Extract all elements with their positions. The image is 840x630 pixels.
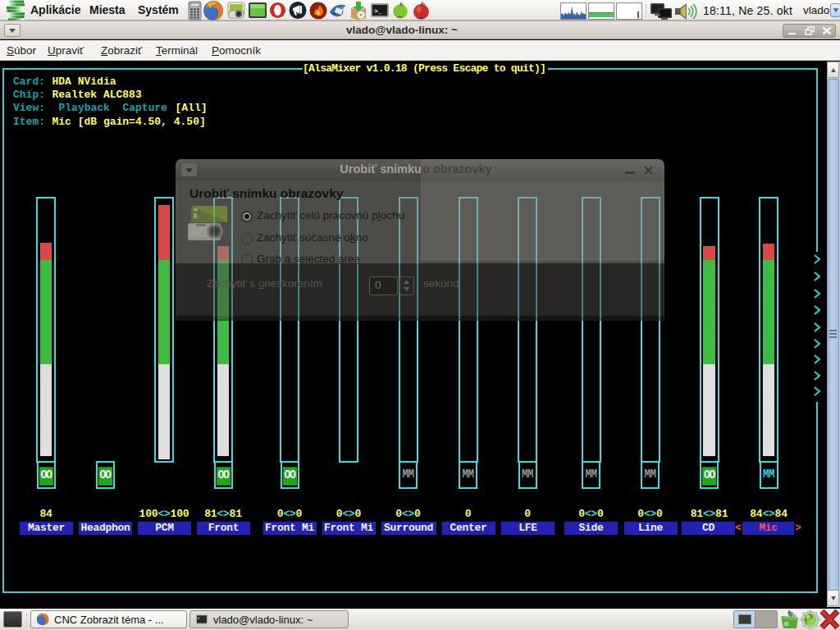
svg-text:G: G [784, 621, 789, 627]
svg-text:>_: >_ [374, 7, 382, 15]
